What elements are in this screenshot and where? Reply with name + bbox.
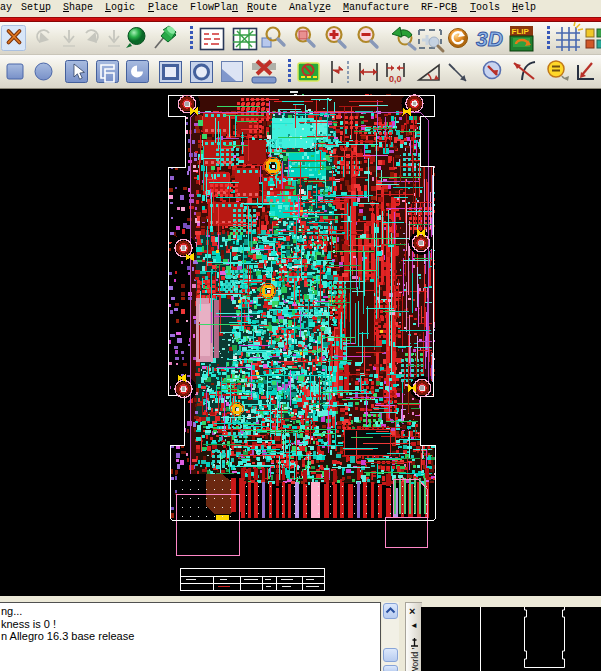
svg-text:FLIP: FLIP [512,27,530,36]
svg-text:3D: 3D [476,27,503,50]
svg-text:World Vi: World Vi [410,648,420,671]
svg-text:0,0: 0,0 [389,74,402,84]
